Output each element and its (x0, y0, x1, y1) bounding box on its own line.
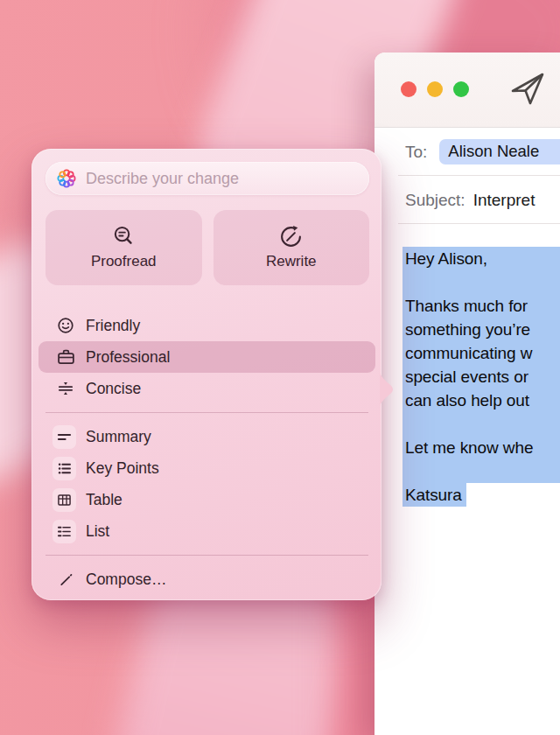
menu-label: Table (86, 491, 122, 509)
body-line: communicating w (402, 341, 560, 365)
paper-plane-icon (508, 68, 548, 108)
signature: Katsura (402, 483, 466, 507)
body-line (402, 270, 560, 294)
pencil-icon (55, 570, 76, 589)
menu-item-key-points[interactable]: Key Points (38, 452, 375, 484)
row-divider (398, 223, 560, 224)
smiley-icon (55, 316, 76, 335)
menu-divider (46, 412, 368, 413)
menu-divider (46, 555, 368, 556)
body-line: Thanks much for (402, 294, 560, 318)
menu-label: Concise (86, 380, 141, 398)
menu-item-compose[interactable]: Compose… (38, 564, 375, 595)
apple-intelligence-icon (57, 169, 76, 188)
prompt-field[interactable] (46, 162, 369, 195)
to-label: To: (405, 143, 427, 162)
message-body[interactable]: Hey Alison, Thanks much for something yo… (374, 224, 560, 507)
proofread-button[interactable]: Proofread (46, 210, 202, 285)
primary-actions: Proofread Rewrite (46, 210, 369, 285)
body-line: special events or (402, 365, 560, 388)
recipient-token[interactable]: Alison Neale (439, 139, 560, 164)
mail-compose-window: To: Alison Neale Subject: Interpret Hey … (374, 52, 560, 735)
titlebar (374, 52, 560, 128)
rewrite-button[interactable]: Rewrite (214, 210, 370, 285)
menu-item-professional[interactable]: Professional (38, 341, 375, 373)
briefcase-icon (55, 347, 76, 368)
window-controls (401, 81, 469, 97)
body-line: Let me know whe (402, 436, 560, 459)
menu-label: Compose… (86, 570, 166, 589)
body-line: Katsura (405, 483, 560, 507)
writing-tools-popover: Proofread Rewrite (32, 149, 382, 600)
rewrite-circle-pencil-icon (279, 225, 303, 248)
desktop: To: Alison Neale Subject: Interpret Hey … (0, 0, 560, 735)
menu-label: Professional (86, 348, 170, 367)
close-button[interactable] (401, 81, 416, 97)
dash-list-icon (52, 520, 76, 543)
menu-item-concise[interactable]: Concise (38, 373, 375, 404)
text-magnifier-icon (112, 225, 136, 248)
menu-label: Friendly (86, 317, 140, 335)
proofread-label: Proofread (91, 253, 157, 270)
body-line: can also help out (402, 388, 560, 412)
body-line (402, 459, 560, 483)
bullet-list-icon (52, 457, 76, 480)
menu-item-summary[interactable]: Summary (38, 421, 375, 452)
minimize-button[interactable] (427, 81, 443, 97)
table-grid-icon (52, 488, 76, 512)
prompt-input[interactable] (84, 161, 369, 196)
menu-label: Summary (86, 428, 151, 446)
subject-label: Subject: (405, 191, 466, 210)
compress-lines-icon (55, 379, 76, 398)
to-row[interactable]: To: Alison Neale (374, 128, 560, 176)
rewrite-label: Rewrite (266, 253, 317, 270)
menu-label: List (86, 522, 109, 541)
menu-item-friendly[interactable]: Friendly (38, 310, 375, 341)
menu-item-list[interactable]: List (38, 515, 375, 547)
send-button[interactable] (508, 68, 548, 108)
menu-item-table[interactable]: Table (38, 484, 375, 515)
menu-label: Key Points (86, 459, 159, 478)
body-line: Hey Alison, (402, 247, 560, 270)
body-line (402, 412, 560, 436)
zoom-button[interactable] (453, 81, 469, 97)
popover-tail (380, 373, 393, 406)
subject-value[interactable]: Interpret (473, 191, 536, 210)
writing-tools-menu: Friendly Professional (38, 310, 375, 595)
summary-lines-icon (52, 425, 76, 449)
body-line: something you’re (402, 318, 560, 341)
subject-row[interactable]: Subject: Interpret (374, 176, 560, 224)
